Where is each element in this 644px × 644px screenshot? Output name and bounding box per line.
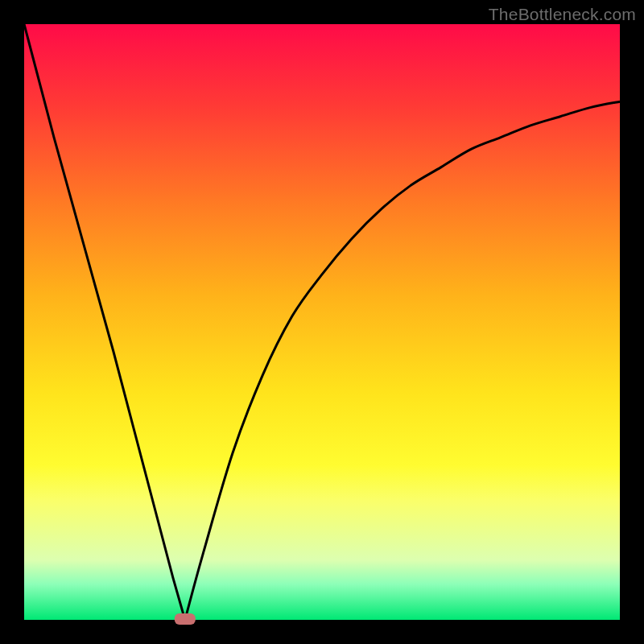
curve-left [24,24,185,620]
chart-svg [24,24,620,620]
minimum-marker [175,613,196,625]
attribution-text: TheBottleneck.com [489,5,636,24]
chart-area [24,24,620,620]
curve-right [185,101,620,620]
